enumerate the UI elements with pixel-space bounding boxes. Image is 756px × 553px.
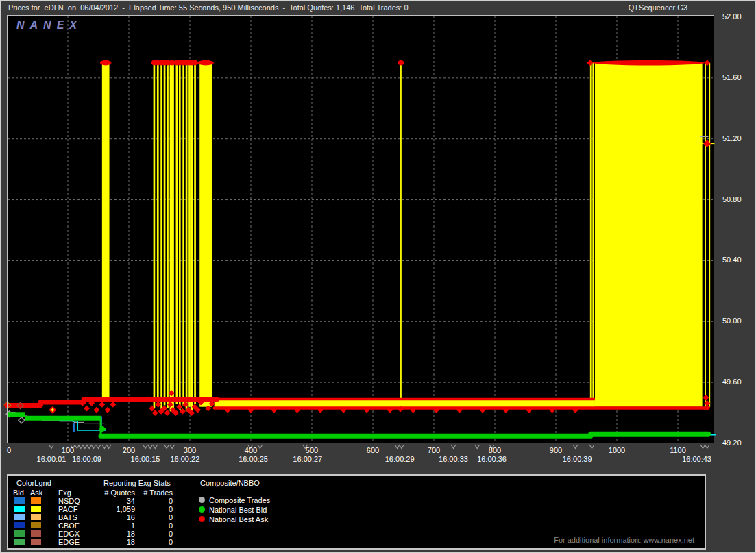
color-legend-title: ColorLgnd (16, 479, 51, 487)
exchange-name: NSDQ (58, 497, 80, 505)
ask-color-swatch (31, 530, 41, 537)
col-header-trades: # Trades (128, 489, 173, 497)
x-axis-tick-label: 400 (245, 446, 257, 454)
bid-color-swatch (14, 506, 25, 512)
nbbo-item-label: Composite Trades (209, 496, 270, 504)
y-axis-tick-label: 50.00 (722, 317, 742, 325)
trade-count: 0 (128, 497, 173, 505)
col-header-ask: Ask (30, 489, 42, 497)
y-axis-tick-label: 49.20 (722, 439, 742, 447)
x-axis-timestamp: 16:00:39 (563, 455, 592, 463)
nbbo-item-label: National Best Bid (209, 506, 267, 514)
bid-color-swatch (14, 514, 25, 520)
bid-color-swatch (14, 497, 25, 504)
reporting-stats-title: Reporting Exg Stats (103, 479, 171, 487)
x-axis-tick-label: 100 (62, 446, 74, 454)
bid-color-swatch (14, 539, 25, 545)
price-chart[interactable] (7, 15, 714, 454)
trade-count: 0 (128, 538, 173, 546)
x-axis-timestamp: 16:00:25 (239, 455, 268, 463)
x-axis-tick-label: 1100 (670, 446, 686, 454)
exchange-name: CBOE (58, 521, 80, 530)
x-axis-timestamp: 16:00:15 (131, 455, 160, 463)
y-axis-tick-label: 51.20 (722, 134, 742, 143)
trade-count: 0 (128, 505, 173, 513)
x-axis-tick-label: 200 (123, 446, 135, 454)
trade-count: 0 (128, 521, 173, 530)
col-header-bid: Bid (13, 489, 24, 497)
trade-count: 0 (128, 513, 173, 521)
window-title: Prices for eDLN on 06/04/2012 - Elapsed … (8, 3, 409, 12)
ask-color-swatch (31, 522, 41, 528)
x-axis-tick-label: 700 (428, 446, 440, 454)
chart-plot-area[interactable]: NANEX (7, 15, 714, 443)
col-header-exg: Exg (58, 489, 71, 497)
nbbo-marker-icon (199, 497, 205, 503)
legend-panel: ColorLgnd Reporting Exg Stats Composite/… (7, 474, 706, 550)
y-axis-tick-label: 52.00 (722, 12, 742, 21)
y-axis-tick-label: 50.40 (722, 256, 742, 264)
x-axis-timestamp: 16:00:09 (72, 455, 101, 463)
exchange-name: PACF (58, 505, 78, 513)
nbbo-item-label: National Best Ask (209, 515, 268, 524)
qtsequencer-window: Prices for eDLN on 06/04/2012 - Elapsed … (0, 0, 756, 553)
x-axis-timestamp: 16:00:43 (682, 455, 711, 463)
ask-color-swatch (31, 539, 41, 545)
x-axis-timestamp: 16:00:22 (170, 455, 199, 463)
y-axis-tick-label: 50.80 (722, 195, 742, 204)
y-axis-tick-label: 49.60 (722, 378, 742, 386)
x-axis-timestamp: 16:00:01 (37, 455, 66, 463)
y-axis-tick-label: 51.60 (722, 73, 742, 82)
trade-count: 0 (128, 530, 173, 538)
ask-color-swatch (31, 497, 41, 504)
nbbo-legend-title: Composite/NBBO (200, 479, 260, 487)
x-axis-tick-label: 300 (184, 446, 196, 454)
x-axis-timestamp: 16:00:27 (293, 455, 322, 463)
title-bar: Prices for eDLN on 06/04/2012 - Elapsed … (1, 1, 755, 14)
nbbo-marker-icon (199, 516, 205, 522)
x-axis-tick-label: 600 (367, 446, 379, 454)
x-axis-timestamp: 16:00:36 (477, 455, 507, 463)
x-axis-timestamp: 16:00:33 (439, 455, 468, 463)
exchange-name: EDGX (58, 530, 80, 538)
app-name: QTSequencer G3 (629, 3, 687, 12)
x-axis-tick-label: 500 (306, 446, 318, 454)
exchange-name: BATS (58, 513, 77, 521)
x-axis-tick-label: 800 (489, 446, 501, 454)
x-axis-timestamp: 16:00:29 (385, 455, 415, 463)
footer-note: For additional information: www.nanex.ne… (554, 536, 694, 544)
exchange-name: EDGE (58, 538, 80, 546)
x-axis-tick-label: 0 (7, 446, 11, 454)
x-axis-tick-label: 900 (550, 446, 562, 454)
x-axis-tick-label: 1000 (609, 446, 625, 454)
ask-color-swatch (31, 506, 41, 512)
nbbo-marker-icon (199, 506, 205, 513)
bid-color-swatch (14, 530, 25, 537)
bid-color-swatch (14, 522, 25, 528)
ask-color-swatch (31, 514, 41, 520)
